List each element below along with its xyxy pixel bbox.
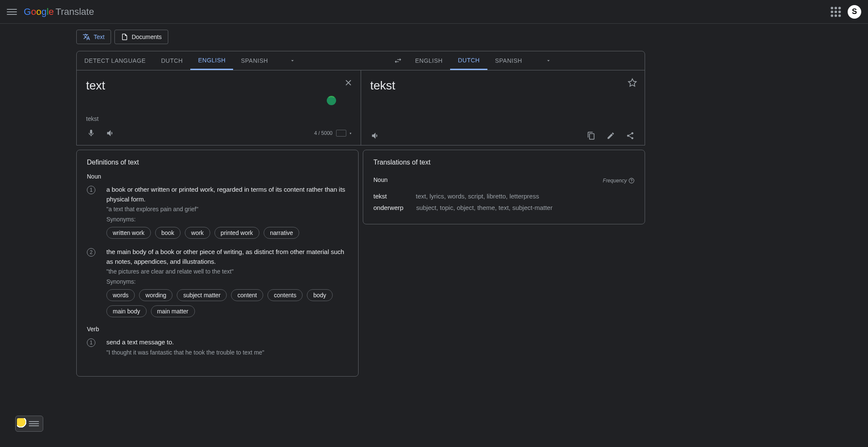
voice-input-button[interactable] — [86, 128, 96, 138]
definition-text: the main body of a book or other piece o… — [106, 247, 348, 266]
listen-source-button[interactable] — [106, 128, 116, 138]
chevron-down-icon — [289, 58, 295, 64]
header-left: Google Translate — [7, 6, 94, 17]
source-suggestion[interactable]: tekst — [86, 115, 351, 122]
keyboard-dropdown-icon[interactable]: ▾ — [350, 131, 351, 135]
share-translation-button[interactable] — [625, 131, 635, 141]
source-lang-spanish[interactable]: SPANISH — [233, 51, 275, 70]
target-lang-english[interactable]: ENGLISH — [407, 51, 450, 70]
star-icon — [628, 78, 637, 87]
target-text-output: tekst — [370, 78, 636, 93]
definition-number: 1 — [87, 338, 95, 347]
translations-header: Noun Frequency — [373, 173, 634, 188]
weather-lines-icon — [29, 421, 39, 426]
target-panel: tekst — [361, 70, 645, 145]
synonym-chip[interactable]: body — [307, 289, 332, 301]
synonyms-label: Synonyms: — [106, 216, 348, 223]
translation-synonyms: text, lyrics, words, script, libretto, l… — [416, 193, 539, 200]
weather-sun-icon — [17, 418, 28, 429]
translate-box: DETECT LANGUAGE DUTCH ENGLISH SPANISH EN… — [76, 51, 645, 145]
definition-text: a book or other written or printed work,… — [106, 185, 348, 204]
menu-button[interactable] — [7, 7, 17, 17]
source-lang-detect[interactable]: DETECT LANGUAGE — [77, 51, 153, 70]
frequency-label: Frequency — [603, 178, 634, 184]
definition-number: 2 — [87, 248, 95, 257]
swap-icon — [394, 56, 402, 65]
target-icons-left — [370, 131, 381, 141]
swap-languages-button[interactable] — [389, 51, 407, 70]
translations-pos: Noun — [373, 176, 387, 183]
help-icon[interactable] — [629, 178, 634, 184]
target-language-tabs: ENGLISH DUTCH SPANISH — [407, 51, 529, 70]
source-icons — [86, 128, 116, 138]
app-header: Google Translate S — [0, 0, 868, 24]
char-count: 4 / 5000 ▾ — [314, 130, 351, 137]
synonym-chip[interactable]: contents — [267, 289, 303, 301]
synonym-chip[interactable]: work — [185, 227, 210, 239]
close-icon — [344, 78, 353, 87]
source-bottom-bar: 4 / 5000 ▾ — [86, 128, 351, 138]
synonym-chip[interactable]: narrative — [264, 227, 299, 239]
translations-title: Translations of text — [373, 159, 634, 166]
language-bar: DETECT LANGUAGE DUTCH ENGLISH SPANISH EN… — [77, 51, 645, 70]
save-translation-button[interactable] — [628, 78, 637, 89]
edit-icon — [606, 131, 615, 140]
definition-example: "I thought it was fantastic that he took… — [106, 349, 348, 356]
source-lang-fade — [274, 51, 284, 70]
target-lang-spanish[interactable]: SPANISH — [487, 51, 530, 70]
keyboard-icon[interactable] — [336, 130, 346, 137]
google-apps-icon[interactable] — [831, 7, 841, 17]
synonym-chip[interactable]: book — [155, 227, 181, 239]
target-lang-fade — [530, 51, 540, 70]
synonym-chip[interactable]: main body — [106, 305, 147, 317]
char-count-text: 4 / 5000 — [314, 130, 332, 136]
translation-term: tekst — [373, 193, 403, 200]
translation-synonyms: subject, topic, object, theme, text, sub… — [416, 204, 553, 211]
translations-panel: Translations of text Noun Frequency teks… — [363, 150, 645, 224]
mode-tabs: Text Documents — [76, 30, 645, 44]
synonym-chip[interactable]: content — [231, 289, 263, 301]
target-lang-more[interactable] — [540, 51, 557, 70]
synonyms-row: wordswordingsubject mattercontentcontent… — [106, 289, 348, 317]
synonym-chip[interactable]: words — [106, 289, 135, 301]
weather-widget[interactable] — [15, 416, 43, 432]
copy-translation-button[interactable] — [586, 131, 596, 141]
google-logo-text: Google — [24, 6, 54, 17]
translation-item[interactable]: onderwerpsubject, topic, object, theme, … — [373, 204, 634, 211]
source-lang-english[interactable]: ENGLISH — [190, 51, 233, 70]
definition-number: 1 — [87, 186, 95, 194]
chevron-down-icon — [545, 58, 551, 64]
synonym-chip[interactable]: main matter — [151, 305, 195, 317]
definition-pos-label: Noun — [87, 173, 348, 180]
target-lang-dutch[interactable]: DUTCH — [450, 51, 487, 70]
listen-target-button[interactable] — [370, 131, 381, 141]
loading-spinner — [327, 96, 336, 105]
source-language-tabs: DETECT LANGUAGE DUTCH ENGLISH SPANISH — [77, 51, 275, 70]
speaker-icon — [106, 129, 115, 138]
source-lang-more[interactable] — [284, 51, 301, 70]
definition-example: "a text that explores pain and grief" — [106, 206, 348, 212]
definition-pos-label: Verb — [87, 326, 348, 332]
google-translate-logo[interactable]: Google Translate — [24, 6, 94, 17]
target-bottom-bar — [370, 131, 636, 141]
source-lang-dutch[interactable]: DUTCH — [153, 51, 191, 70]
synonym-chip[interactable]: printed work — [214, 227, 259, 239]
mode-tab-text[interactable]: Text — [76, 30, 111, 44]
source-text-input[interactable]: text — [86, 78, 351, 93]
synonyms-row: written workbookworkprinted worknarrativ… — [106, 227, 348, 239]
synonym-chip[interactable]: wording — [139, 289, 172, 301]
definition-item: 1send a text message to."I thought it wa… — [87, 338, 348, 359]
mode-tab-documents[interactable]: Documents — [114, 30, 168, 44]
header-right: S — [831, 5, 861, 19]
definition-item: 2the main body of a book or other piece … — [87, 247, 348, 317]
mic-icon — [87, 129, 95, 137]
synonym-chip[interactable]: written work — [106, 227, 151, 239]
definitions-title: Definitions of text — [87, 159, 348, 166]
copy-icon — [587, 131, 595, 140]
suggest-edit-button[interactable] — [606, 131, 616, 141]
synonym-chip[interactable]: subject matter — [177, 289, 227, 301]
clear-source-button[interactable] — [344, 78, 353, 89]
translation-item[interactable]: teksttext, lyrics, words, script, libret… — [373, 193, 634, 200]
translate-label: Translate — [56, 6, 94, 17]
account-avatar[interactable]: S — [848, 5, 861, 19]
